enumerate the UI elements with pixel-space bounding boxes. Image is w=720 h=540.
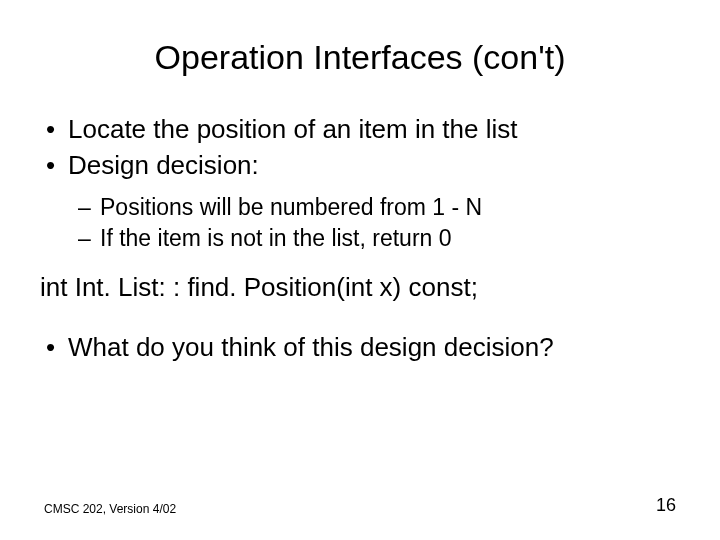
bullet-design-decision: Design decision: xyxy=(40,149,680,183)
bullet-list-1: Locate the position of an item in the li… xyxy=(40,113,680,183)
sub-bullet-list: Positions will be numbered from 1 - N If… xyxy=(40,193,680,255)
sub-bullet-return-zero: If the item is not in the list, return 0 xyxy=(40,224,680,254)
code-declaration: int Int. List: : find. Position(int x) c… xyxy=(40,272,680,303)
footer-page-number: 16 xyxy=(656,495,676,516)
footer-course-info: CMSC 202, Version 4/02 xyxy=(44,502,176,516)
bullet-list-2: What do you think of this design decisio… xyxy=(40,331,680,365)
bullet-question: What do you think of this design decisio… xyxy=(40,331,680,365)
bullet-locate: Locate the position of an item in the li… xyxy=(40,113,680,147)
slide-title: Operation Interfaces (con't) xyxy=(40,38,680,77)
slide-container: Operation Interfaces (con't) Locate the … xyxy=(0,0,720,540)
sub-bullet-positions: Positions will be numbered from 1 - N xyxy=(40,193,680,223)
